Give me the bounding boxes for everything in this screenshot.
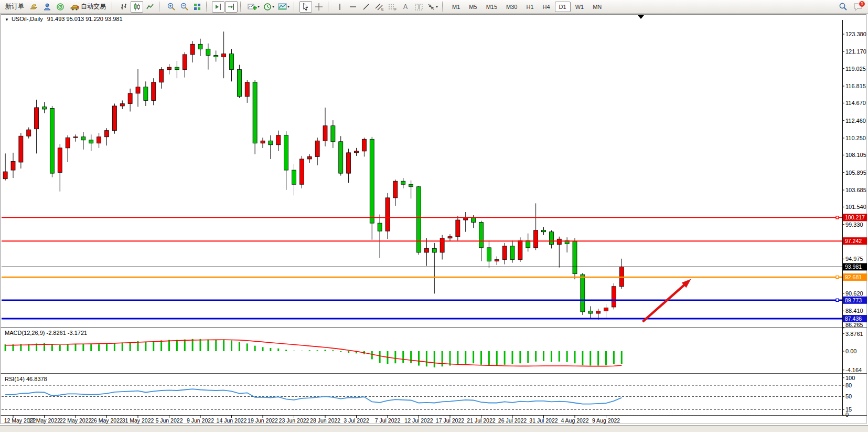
macd-axis-label: -4.164: [845, 367, 862, 373]
fibonacci-button[interactable]: F: [386, 1, 399, 13]
date-axis-label[interactable]: 26 May 2022: [91, 417, 123, 424]
date-axis-label[interactable]: 22 May 2022: [60, 417, 92, 424]
candle: [487, 248, 491, 261]
candlestick-chart-icon: [133, 3, 141, 11]
horizontal-line-icon: [349, 3, 357, 11]
level-line-handle[interactable]: [836, 216, 839, 219]
gold-bars-icon[interactable]: [28, 1, 40, 13]
candle: [495, 259, 499, 261]
periods-button[interactable]: ▾: [262, 1, 276, 13]
candle: [190, 44, 195, 55]
search-button[interactable]: [837, 1, 849, 13]
timeframe-button-d1[interactable]: D1: [555, 2, 571, 12]
date-axis-label[interactable]: 5 Jun 2022: [156, 417, 183, 424]
date-axis-label[interactable]: 17 Jul 2022: [436, 417, 464, 424]
candle: [120, 103, 124, 106]
candle: [299, 159, 304, 184]
equidistant-channel-button[interactable]: E: [373, 1, 385, 13]
auto-trading-button[interactable]: 自动交易: [67, 1, 109, 13]
date-axis-label[interactable]: 23 Jun 2022: [279, 417, 309, 424]
date-axis-label[interactable]: 9 Jun 2022: [187, 417, 214, 424]
date-axis-label[interactable]: 31 Jul 2022: [529, 417, 558, 424]
toolbar-separator: [294, 2, 297, 12]
bar-chart-button[interactable]: [117, 1, 130, 13]
chart-shift-marker-icon[interactable]: [638, 15, 644, 19]
one-click-trading-arrow-icon[interactable]: ▼: [5, 17, 9, 22]
svg-text:T: T: [417, 4, 421, 10]
text-label-button[interactable]: T: [412, 1, 425, 13]
candle: [58, 148, 62, 173]
candle: [440, 238, 444, 252]
date-axis-label[interactable]: 17 May 2022: [28, 417, 60, 424]
date-axis-label[interactable]: 19 Jun 2022: [248, 417, 278, 424]
tile-windows-icon: [193, 3, 201, 11]
price-axis-tick-label: 121.170: [845, 48, 866, 55]
candle: [136, 87, 140, 93]
date-axis-label[interactable]: 26 Jul 2022: [498, 417, 527, 424]
notifications-button[interactable]: 1: [852, 1, 864, 13]
candle: [128, 93, 132, 104]
toolbar-separator: [328, 2, 331, 12]
line-chart-button[interactable]: [144, 1, 156, 13]
date-axis-label[interactable]: 31 May 2022: [122, 417, 154, 424]
zoom-in-button[interactable]: [165, 1, 177, 13]
new-order-button[interactable]: 新订单: [2, 1, 27, 13]
level-line-handle[interactable]: [836, 299, 839, 301]
chevron-down-icon[interactable]: ▾: [287, 4, 290, 9]
date-axis-label[interactable]: 14 Jun 2022: [217, 417, 247, 424]
candle: [284, 135, 288, 170]
price-axis-tick-label: 88.410: [845, 308, 863, 314]
chevron-down-icon[interactable]: ▾: [258, 4, 260, 9]
horizontal-line-button[interactable]: [347, 1, 359, 13]
date-axis-label[interactable]: 12 Jul 2022: [404, 417, 433, 424]
svg-text:A: A: [403, 3, 408, 10]
candle: [323, 126, 327, 141]
timeframe-button-h1[interactable]: H1: [522, 2, 538, 12]
candle: [355, 151, 359, 153]
trendline-button[interactable]: [360, 1, 372, 13]
candle: [253, 82, 257, 143]
price-axis-tick-label: 105.895: [845, 170, 866, 176]
add-indicator-button[interactable]: ▾: [246, 1, 261, 13]
crosshair-button[interactable]: [313, 1, 325, 13]
candle: [588, 311, 593, 313]
candle: [362, 139, 366, 151]
level-line-handle[interactable]: [836, 276, 839, 278]
trend-arrow[interactable]: [642, 282, 687, 322]
timeframe-button-w1[interactable]: W1: [571, 2, 588, 12]
timeframe-button-m15[interactable]: M15: [482, 2, 501, 12]
timeframe-button-m30[interactable]: M30: [502, 2, 521, 12]
vertical-line-button[interactable]: [334, 1, 346, 13]
date-axis-label[interactable]: 7 Jul 2022: [375, 417, 401, 424]
date-axis-label[interactable]: 21 Jul 2022: [467, 417, 495, 424]
candle: [596, 311, 601, 313]
templates-icon: [278, 3, 287, 10]
toolbar-separator: [240, 2, 244, 12]
date-axis-label[interactable]: 9 Aug 2022: [592, 417, 620, 424]
timeframe-button-m5[interactable]: M5: [465, 2, 481, 12]
signals-icon[interactable]: [54, 1, 67, 13]
tile-windows-button[interactable]: [191, 1, 203, 13]
chevron-down-icon[interactable]: ▾: [436, 4, 438, 9]
chart-shift-button[interactable]: [212, 1, 224, 13]
zoom-out-button[interactable]: [178, 1, 190, 13]
date-axis-label[interactable]: 3 Jul 2022: [344, 417, 369, 424]
text-button[interactable]: A: [399, 1, 412, 13]
date-axis-label[interactable]: 4 Aug 2022: [561, 417, 588, 424]
candlestick-chart-button[interactable]: [131, 1, 143, 13]
candle: [510, 246, 515, 260]
price-badge-label: 92.681: [845, 274, 862, 280]
timeframe-button-mn[interactable]: MN: [588, 2, 606, 12]
timeframe-button-h4[interactable]: H4: [539, 2, 554, 12]
community-profile-icon[interactable]: [41, 1, 53, 13]
cursor-button[interactable]: [299, 1, 312, 13]
templates-button[interactable]: ▾: [276, 1, 291, 13]
rsi-axis-label: 80: [845, 382, 852, 388]
arrows-button[interactable]: ▾: [425, 1, 440, 13]
candle: [89, 140, 93, 143]
chart-canvas[interactable]: 123.380121.170119.025116.815114.670112.4…: [0, 14, 868, 425]
auto-scroll-button[interactable]: [225, 1, 238, 13]
timeframe-button-m1[interactable]: M1: [448, 2, 464, 12]
date-axis-label[interactable]: 28 Jun 2022: [310, 417, 340, 424]
chevron-down-icon[interactable]: ▾: [272, 4, 274, 9]
